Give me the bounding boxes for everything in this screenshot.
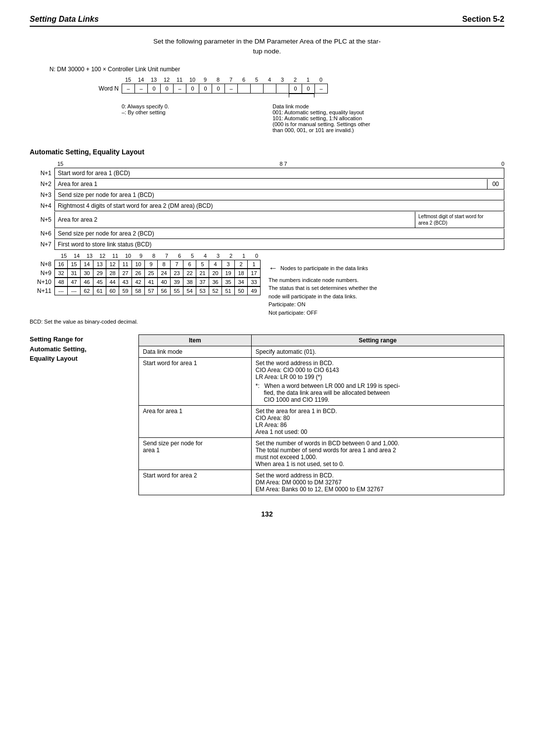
row-n7-label: N+7	[30, 241, 54, 248]
range-area-for-area1: Set the area for area 1 in BCD. CIO Area…	[251, 406, 504, 438]
table-row: Send size per node forarea 1 Set the num…	[139, 438, 504, 470]
row-n5-label: N+5	[30, 216, 54, 223]
param-table-container: N+1 Start word for area 1 (BCD) N+2 Area…	[30, 168, 504, 250]
node-note: ← Nodes to participate in the data links…	[268, 262, 377, 317]
bcd-note: BCD: Set the value as binary-coded decim…	[30, 319, 504, 325]
table-row: Data link mode Specify automatic (01).	[139, 346, 504, 358]
range-start-word-area1: Set the word address in BCD. CIO Area: C…	[251, 358, 504, 406]
item-send-size-area1: Send size per node forarea 1	[139, 438, 252, 470]
table-row: Start word for area 1 Set the word addre…	[139, 358, 504, 406]
row-n2-label: N+2	[30, 181, 54, 188]
node-rows: N+8 16 15 14 13 12 11 10 9 8 7 6 5 4 3 2	[30, 260, 261, 297]
node-rows-section: N+8 16 15 14 13 12 11 10 9 8 7 6 5 4 3 2	[30, 260, 504, 317]
header-title: Setting Data Links	[30, 15, 99, 24]
row-n4-desc: Rightmost 4 digits of start word for are…	[54, 201, 504, 211]
range-col-item: Item	[139, 335, 252, 346]
item-area-for-area1: Area for area 1	[139, 406, 252, 438]
row-n6-desc: Send size per node for area 2 (BCD)	[54, 229, 504, 239]
item-start-word-area1: Start word for area 1	[139, 358, 252, 406]
page-header: Setting Data Links Section 5-2	[30, 15, 504, 27]
item-data-link-mode: Data link mode	[139, 346, 252, 358]
auto-section-heading: Automatic Setting, Equality Layout	[30, 148, 504, 156]
range-table: Item Setting range Data link mode Specif…	[138, 334, 504, 495]
bit-diagram: 15 14 13 12 11 10 9 8 7 6 5 4 3 2 1 0 Wo…	[94, 77, 440, 133]
row-n2: Area for area 1 00	[54, 179, 504, 189]
row-n6-label: N+6	[30, 230, 54, 237]
row-n3-desc: Send size per node for area 1 (BCD)	[54, 190, 504, 200]
row-n4-label: N+4	[30, 202, 54, 209]
header-section: Section 5-2	[462, 15, 504, 24]
range-section: Setting Range forAutomatic Setting,Equal…	[30, 334, 504, 495]
table-row: Area for area 1 Set the area for area 1 …	[139, 406, 504, 438]
bit-ann-left: 0: Always specify 0. –: By other setting	[122, 103, 263, 133]
row-n1-desc: Start word for area 1 (BCD)	[54, 168, 504, 179]
bit-ann-right: Data link mode 001: Automatic setting, e…	[272, 103, 440, 133]
range-col-setting: Setting range	[251, 335, 504, 346]
intro-text: Set the following parameter in the DM Pa…	[30, 37, 504, 57]
word-n-label: Word N	[94, 85, 122, 92]
row-n1-label: N+1	[30, 170, 54, 177]
row-n7-desc: First word to store link status (BCD)	[54, 239, 504, 250]
intro-paragraph: Set the following parameter in the DM Pa…	[30, 37, 504, 57]
range-send-size-area1: Set the number of words in BCD between 0…	[251, 438, 504, 470]
item-start-word-area2: Start word for area 2	[139, 470, 252, 495]
range-data-link-mode: Specify automatic (01).	[251, 346, 504, 358]
range-heading: Setting Range forAutomatic Setting,Equal…	[30, 334, 129, 495]
row-n5: Area for area 2 Leftmost digit of start …	[54, 212, 504, 228]
range-start-word-area2: Set the word address in BCD. DM Area: DM…	[251, 470, 504, 495]
page: Setting Data Links Section 5-2 Set the f…	[0, 0, 534, 756]
arrow-icon: ←	[268, 262, 277, 275]
page-number: 132	[30, 510, 504, 518]
row-n3-label: N+3	[30, 191, 54, 198]
note-line: N: DM 30000 + 100 × Controller Link Unit…	[49, 66, 504, 73]
table-row: Start word for area 2 Set the word addre…	[139, 470, 504, 495]
